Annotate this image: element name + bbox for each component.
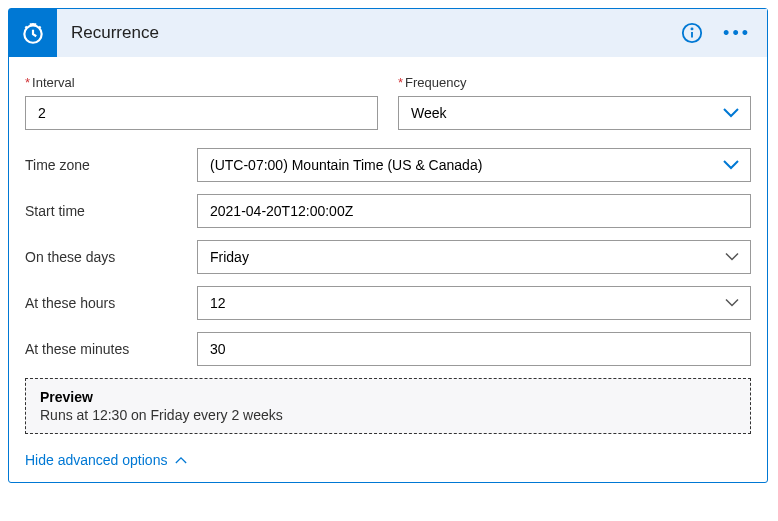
card-title: Recurrence xyxy=(57,23,679,43)
timezone-label: Time zone xyxy=(25,157,197,173)
on-days-label: On these days xyxy=(25,249,197,265)
start-time-input[interactable] xyxy=(197,194,751,228)
preview-text: Runs at 12:30 on Friday every 2 weeks xyxy=(40,407,736,423)
timezone-row: Time zone (UTC-07:00) Mountain Time (US … xyxy=(25,148,751,182)
ellipsis-icon: ••• xyxy=(723,23,751,43)
recurrence-card: Recurrence ••• *Interval *Frequency xyxy=(8,8,768,483)
timezone-value: (UTC-07:00) Mountain Time (US & Canada) xyxy=(210,157,482,173)
interval-label-text: Interval xyxy=(32,75,75,90)
preview-title: Preview xyxy=(40,389,736,405)
at-minutes-input[interactable] xyxy=(197,332,751,366)
svg-point-3 xyxy=(692,28,693,29)
interval-input[interactable] xyxy=(25,96,378,130)
at-minutes-label: At these minutes xyxy=(25,341,197,357)
chevron-up-icon xyxy=(175,454,187,466)
card-header: Recurrence ••• xyxy=(9,9,767,57)
card-body: *Interval *Frequency Week T xyxy=(9,57,767,482)
frequency-label-text: Frequency xyxy=(405,75,466,90)
at-hours-row: At these hours 12 xyxy=(25,286,751,320)
more-button[interactable]: ••• xyxy=(719,23,755,44)
on-days-row: On these days Friday xyxy=(25,240,751,274)
clock-icon xyxy=(9,9,57,57)
timezone-select[interactable]: (UTC-07:00) Mountain Time (US & Canada) xyxy=(197,148,751,182)
at-hours-label: At these hours xyxy=(25,295,197,311)
preview-box: Preview Runs at 12:30 on Friday every 2 … xyxy=(25,378,751,434)
required-asterisk: * xyxy=(25,75,30,90)
on-days-value: Friday xyxy=(210,249,249,265)
toggle-label: Hide advanced options xyxy=(25,452,167,468)
frequency-value: Week xyxy=(411,105,447,121)
frequency-label: *Frequency xyxy=(398,75,751,90)
start-time-label: Start time xyxy=(25,203,197,219)
required-asterisk: * xyxy=(398,75,403,90)
at-minutes-row: At these minutes xyxy=(25,332,751,366)
on-days-select[interactable]: Friday xyxy=(197,240,751,274)
at-hours-select[interactable]: 12 xyxy=(197,286,751,320)
frequency-field: *Frequency Week xyxy=(398,75,751,130)
info-icon xyxy=(681,22,703,44)
info-button[interactable] xyxy=(679,20,705,46)
hide-advanced-options-link[interactable]: Hide advanced options xyxy=(25,452,187,468)
interval-field: *Interval xyxy=(25,75,378,130)
interval-frequency-row: *Interval *Frequency Week xyxy=(25,75,751,130)
interval-label: *Interval xyxy=(25,75,378,90)
at-hours-value: 12 xyxy=(210,295,226,311)
start-time-row: Start time xyxy=(25,194,751,228)
frequency-select[interactable]: Week xyxy=(398,96,751,130)
